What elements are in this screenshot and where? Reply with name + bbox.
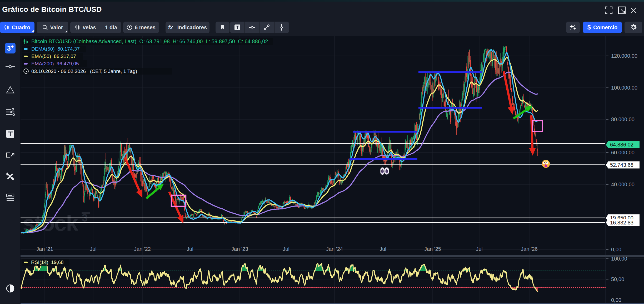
svg-text:RSI(14) 19,68: RSI(14) 19,68	[31, 259, 64, 265]
svg-text:0,00: 0,00	[611, 247, 621, 252]
svg-text:DEMA(50) 80.174,37: DEMA(50) 80.174,37	[31, 46, 80, 52]
svg-text:EMA(200) 96.479,05: EMA(200) 96.479,05	[31, 61, 79, 66]
svg-text:Jul: Jul	[380, 246, 386, 252]
svg-text:Jan '21: Jan '21	[36, 246, 53, 252]
svg-text:+: +	[11, 44, 14, 49]
svg-text:Jul: Jul	[90, 246, 97, 252]
svg-text:Bitcoin BTC/USD (Coinbase Adva: Bitcoin BTC/USD (Coinbase Advanced, Last…	[31, 38, 268, 44]
svg-text:Jan '22: Jan '22	[134, 246, 151, 252]
svg-text:40.000,00: 40.000,00	[611, 182, 635, 187]
svg-text:fx: fx	[168, 24, 173, 30]
svg-text:52.743,68: 52.743,68	[610, 162, 633, 168]
svg-text:60.000,00: 60.000,00	[611, 150, 635, 155]
svg-text:03.10.2020 - 06.02.2026 (CET: 03.10.2020 - 06.02.2026 (CET, 5 Jahre, 1…	[31, 68, 137, 74]
svg-text:Jan '24: Jan '24	[326, 246, 343, 252]
svg-text:Jul: Jul	[187, 246, 193, 252]
svg-text:100.000,00: 100.000,00	[611, 85, 637, 91]
svg-text:16.832,83: 16.832,83	[610, 220, 633, 225]
svg-text:E: E	[6, 151, 11, 159]
svg-text:Jan '25: Jan '25	[424, 246, 441, 252]
svg-text:50,00: 50,00	[611, 276, 624, 282]
svg-text:3: 3	[7, 45, 11, 52]
svg-text:Jan '23: Jan '23	[231, 246, 248, 252]
svg-text:0,00: 0,00	[611, 297, 621, 303]
svg-text:64.886,02: 64.886,02	[610, 142, 633, 148]
svg-text:Jul: Jul	[283, 246, 289, 252]
svg-text:120.000,00: 120.000,00	[611, 53, 637, 59]
svg-text:80.000,00: 80.000,00	[611, 116, 635, 122]
svg-text:EMA(50) 86.317,07: EMA(50) 86.317,07	[31, 53, 76, 59]
svg-text:Jan '26: Jan '26	[521, 246, 538, 252]
svg-text:Jul: Jul	[476, 246, 483, 252]
svg-text:100,00: 100,00	[611, 256, 627, 262]
